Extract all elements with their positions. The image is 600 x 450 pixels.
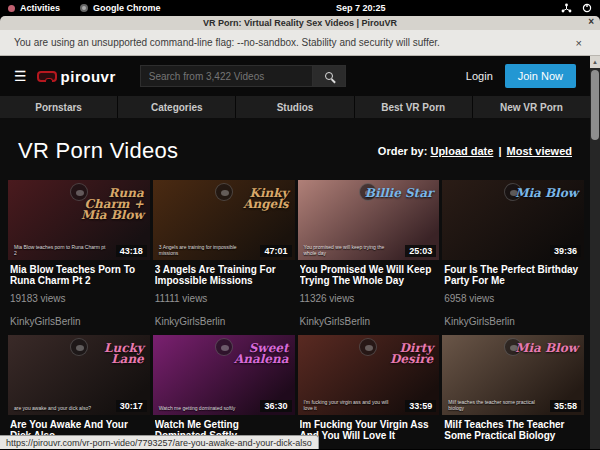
- window-title-bar[interactable]: VR Porn: Virtual Reality Sex Videos | Pi…: [0, 16, 600, 30]
- video-views: 11326 views: [300, 293, 438, 304]
- video-card[interactable]: Lucky Lane are you awake and your dick a…: [8, 335, 150, 449]
- thumbnail-caption: Mia Blow teaches porn to Runa Charm pt 2: [14, 244, 106, 256]
- video-studio-link[interactable]: KinkyGirlsBerlin: [155, 316, 293, 327]
- login-button[interactable]: Login: [466, 70, 493, 82]
- video-title-link[interactable]: Four Is The Perfect Birthday Party For M…: [444, 264, 582, 286]
- video-card[interactable]: Sweet Analena Watch me getting dominated…: [153, 335, 295, 449]
- video-card[interactable]: Dirty Desire I'm fucking your virgin ass…: [298, 335, 440, 449]
- sandbox-warning-bar: You are using an unsupported command-lin…: [0, 30, 600, 56]
- thumbnail-caption: I'm fucking your virgin ass and you will…: [304, 399, 396, 411]
- scrollbar-thumb[interactable]: [591, 70, 599, 140]
- menu-icon[interactable]: ☰: [14, 69, 27, 83]
- site-logo[interactable]: pirouvr: [37, 68, 116, 85]
- video-title-link[interactable]: Im Fucking Your Virgin Ass And You Will …: [300, 419, 438, 441]
- video-views: 11111 views: [155, 293, 293, 304]
- web-page: ☰ pirouvr Login Join Now Porn: [0, 56, 590, 449]
- video-card[interactable]: Kinky Angels 3 Angels are training for i…: [153, 180, 295, 327]
- duration-badge: 43:18: [116, 245, 147, 257]
- nav-item-best-vr-porn[interactable]: Best VR Porn: [355, 96, 473, 118]
- video-meta: You Promised We Will Keep Trying The Who…: [298, 260, 440, 327]
- browser-viewport: ☰ pirouvr Login Join Now Porn: [0, 56, 600, 449]
- thumbnail-overlay-title: Mia Blow: [515, 343, 578, 354]
- time-label: 20:25: [363, 3, 386, 13]
- page-scrollbar[interactable]: ▲: [590, 56, 600, 449]
- duration-badge: 47:01: [260, 245, 291, 257]
- system-bar: Activities Google Chrome Sep 7 20:25: [0, 0, 600, 16]
- video-title-link[interactable]: You Promised We Will Keep Trying The Who…: [300, 264, 438, 286]
- activities-icon: [8, 5, 15, 12]
- thumbnail-overlay-title: Kinky Angels: [219, 188, 289, 210]
- video-studio-link[interactable]: KinkyGirlsBerlin: [10, 316, 148, 327]
- site-header: ☰ pirouvr Login Join Now: [0, 56, 590, 96]
- power-icon[interactable]: [582, 3, 592, 13]
- nav-item-studios[interactable]: Studios: [236, 96, 354, 118]
- site-logo-text: pirouvr: [61, 68, 116, 85]
- window-close-icon[interactable]: ×: [588, 16, 594, 27]
- active-app-indicator[interactable]: Google Chrome: [80, 3, 161, 13]
- activities-button[interactable]: Activities: [8, 3, 60, 13]
- status-url-text: https://pirouvr.com/vr-porn-video/779325…: [6, 438, 312, 448]
- window-title: VR Porn: Virtual Reality Sex Videos | Pi…: [203, 18, 397, 28]
- page-title: VR Porn Videos: [18, 138, 178, 164]
- thumbnail-overlay-title: Billie Star: [365, 188, 434, 199]
- warning-close-icon[interactable]: ×: [572, 37, 586, 49]
- duration-badge: 39:36: [550, 245, 581, 257]
- duration-badge: 25:03: [405, 245, 436, 257]
- search-input[interactable]: [140, 65, 312, 87]
- video-views: 6958 views: [444, 293, 582, 304]
- video-meta: Mia Blow Teaches Porn To Runa Charm Pt 2…: [8, 260, 150, 327]
- thumbnail-caption: 3 Angels are training for impossible mis…: [159, 244, 251, 256]
- thumbnail-caption: Milf teaches the teacher some practical …: [448, 399, 540, 411]
- video-thumbnail[interactable]: Mia Blow Milf teaches the teacher some p…: [442, 335, 584, 415]
- video-card[interactable]: Billie Star You promised we will keep tr…: [298, 180, 440, 327]
- video-title-link[interactable]: Mia Blow Teaches Porn To Runa Charm Pt 2: [10, 264, 148, 286]
- video-title-link[interactable]: 3 Angels Are Training For Impossible Mis…: [155, 264, 293, 286]
- order-by-separator: |: [496, 145, 503, 157]
- video-thumbnail[interactable]: Mia Blow 39:36: [442, 180, 584, 260]
- video-card[interactable]: Mia Blow 39:36 Four Is The Perfect Birth…: [442, 180, 584, 327]
- thumbnail-overlay-title: Mia Blow: [515, 188, 578, 199]
- video-views: 9785 views: [300, 448, 438, 449]
- screen: Activities Google Chrome Sep 7 20:25 VR …: [0, 0, 600, 450]
- nav-item-categories[interactable]: Categories: [118, 96, 236, 118]
- warning-message: You are using an unsupported command-lin…: [14, 37, 572, 48]
- video-card[interactable]: Runa Charm + Mia Blow Mia Blow teaches p…: [8, 180, 150, 327]
- video-grid: Runa Charm + Mia Blow Mia Blow teaches p…: [0, 180, 590, 449]
- video-thumbnail[interactable]: Billie Star You promised we will keep tr…: [298, 180, 440, 260]
- search-bar: [140, 65, 346, 87]
- video-title-link[interactable]: Milf Teaches The Teacher Some Practical …: [444, 419, 582, 441]
- video-studio-link[interactable]: KinkyGirlsBerlin: [300, 316, 438, 327]
- order-by-most-viewed-link[interactable]: Most viewed: [507, 145, 572, 157]
- vr-headset-icon: [37, 71, 57, 82]
- video-thumbnail[interactable]: Dirty Desire I'm fucking your virgin ass…: [298, 335, 440, 415]
- order-by-label: Order by:: [378, 145, 428, 157]
- thumbnail-caption: Watch me getting dominated softly: [159, 405, 251, 411]
- video-views: 19183 views: [10, 293, 148, 304]
- nav-item-pornstars[interactable]: Pornstars: [0, 96, 118, 118]
- thumbnail-caption: are you awake and your dick also?: [14, 405, 106, 411]
- thumbnail-overlay-title: Lucky Lane: [74, 343, 144, 365]
- video-card[interactable]: Mia Blow Milf teaches the teacher some p…: [442, 335, 584, 449]
- duration-badge: 35:58: [550, 400, 581, 412]
- clock[interactable]: Sep 7 20:25: [167, 3, 555, 13]
- video-studio-link[interactable]: KinkyGirlsBerlin: [444, 316, 582, 327]
- network-icon[interactable]: [561, 3, 572, 13]
- order-by-upload-date-link[interactable]: Upload date: [430, 145, 493, 157]
- video-thumbnail[interactable]: Kinky Angels 3 Angels are training for i…: [153, 180, 295, 260]
- thumbnail-caption: You promised we will keep trying the who…: [304, 244, 396, 256]
- video-meta: Four Is The Perfect Birthday Party For M…: [442, 260, 584, 327]
- main-nav: Pornstars Categories Studios Best VR Por…: [0, 96, 590, 118]
- order-by: Order by: Upload date | Most viewed: [378, 145, 572, 157]
- join-now-button[interactable]: Join Now: [505, 64, 576, 88]
- video-thumbnail[interactable]: Sweet Analena Watch me getting dominated…: [153, 335, 295, 415]
- search-button[interactable]: [312, 65, 346, 87]
- duration-badge: 36:30: [260, 400, 291, 412]
- date-label: Sep 7: [336, 3, 360, 13]
- video-thumbnail[interactable]: Lucky Lane are you awake and your dick a…: [8, 335, 150, 415]
- nav-item-new-vr-porn[interactable]: New VR Porn: [473, 96, 590, 118]
- status-url-bar: https://pirouvr.com/vr-porn-video/779325…: [0, 435, 319, 449]
- video-thumbnail[interactable]: Runa Charm + Mia Blow Mia Blow teaches p…: [8, 180, 150, 260]
- scroll-up-icon[interactable]: ▲: [590, 56, 600, 68]
- video-meta: Milf Teaches The Teacher Some Practical …: [442, 415, 584, 449]
- video-meta: 3 Angels Are Training For Impossible Mis…: [153, 260, 295, 327]
